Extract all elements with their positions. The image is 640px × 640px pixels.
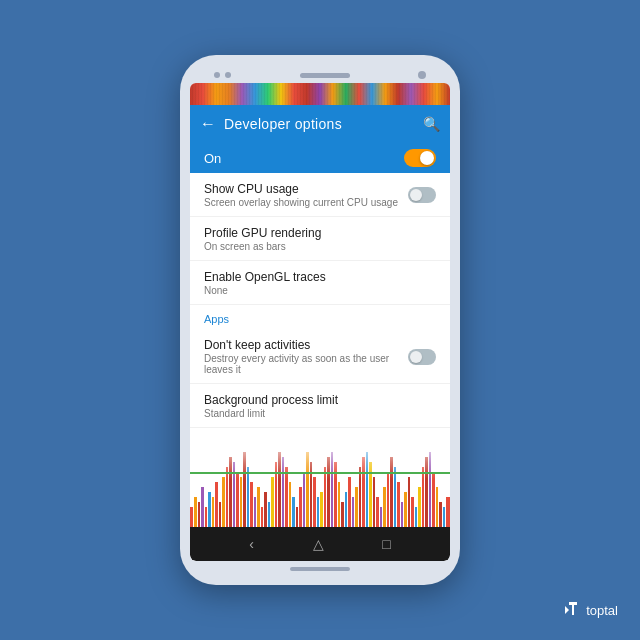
setting-gpu-subtitle: On screen as bars [204, 241, 436, 252]
green-threshold-line [190, 472, 450, 474]
setting-cpu-subtitle: Screen overlay showing current CPU usage [204, 197, 398, 208]
phone-screen: ← Developer options 🔍 On Show CPU usage … [190, 83, 450, 561]
home-nav-icon[interactable]: △ [313, 536, 324, 552]
phone-camera [418, 71, 426, 79]
setting-bg-process[interactable]: Background process limit Standard limit [190, 384, 450, 428]
setting-activities-title: Don't keep activities [204, 338, 400, 352]
back-nav-icon[interactable]: ‹ [249, 536, 254, 552]
on-toggle-row[interactable]: On [190, 143, 450, 173]
app-bar-title: Developer options [224, 116, 423, 132]
toptal-label: toptal [586, 603, 618, 618]
setting-activities[interactable]: Don't keep activities Destroy every acti… [190, 329, 450, 384]
on-label: On [204, 151, 404, 166]
recents-nav-icon[interactable]: □ [382, 536, 390, 552]
phone-speaker [300, 73, 350, 78]
setting-opengl-subtitle: None [204, 285, 436, 296]
phone-device: ← Developer options 🔍 On Show CPU usage … [180, 55, 460, 585]
setting-opengl-title: Enable OpenGL traces [204, 270, 436, 284]
cpu-chart-overlay [190, 447, 450, 527]
setting-opengl[interactable]: Enable OpenGL traces None [190, 261, 450, 305]
toptal-logo-icon [565, 602, 581, 618]
cpu-toggle[interactable] [408, 187, 436, 203]
camera-dots [214, 72, 231, 78]
nav-bar: ‹ △ □ [190, 527, 450, 561]
activities-toggle[interactable] [408, 349, 436, 365]
setting-cpu-title: Show CPU usage [204, 182, 398, 196]
setting-gpu-title: Profile GPU rendering [204, 226, 436, 240]
settings-content: Show CPU usage Screen overlay showing cu… [190, 173, 450, 527]
bottom-pill [290, 567, 350, 571]
setting-show-cpu[interactable]: Show CPU usage Screen overlay showing cu… [190, 173, 450, 217]
camera-dot-1 [214, 72, 220, 78]
search-icon[interactable]: 🔍 [423, 116, 440, 132]
heat-banner [190, 83, 450, 105]
setting-gpu[interactable]: Profile GPU rendering On screen as bars [190, 217, 450, 261]
toptal-brand: toptal [565, 602, 618, 618]
back-button[interactable]: ← [200, 115, 216, 133]
setting-bg-subtitle: Standard limit [204, 408, 436, 419]
apps-section-header: Apps [190, 305, 450, 329]
setting-activities-subtitle: Destroy every activity as soon as the us… [204, 353, 400, 375]
camera-dot-2 [225, 72, 231, 78]
app-bar: ← Developer options 🔍 [190, 105, 450, 143]
setting-bg-title: Background process limit [204, 393, 436, 407]
phone-bottom [190, 561, 450, 575]
on-toggle[interactable] [404, 149, 436, 167]
phone-top-bar [190, 65, 450, 83]
chart-fade [190, 447, 450, 527]
